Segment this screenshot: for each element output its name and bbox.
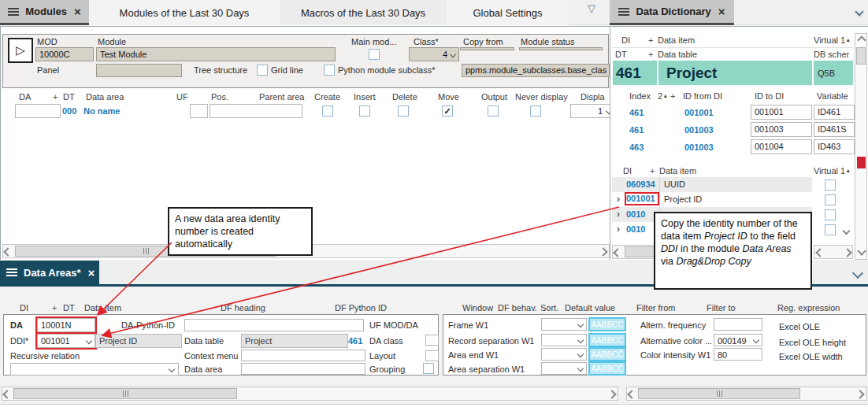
tab-data-areas[interactable]: Data Areas* ×: [0, 261, 99, 284]
copy-from-field[interactable]: [460, 47, 514, 50]
class-select[interactable]: 4: [409, 47, 459, 61]
strip-collapse-icon[interactable]: [854, 269, 862, 279]
area-separation-w1-select[interactable]: [541, 362, 587, 375]
never-display-checkbox[interactable]: [530, 105, 541, 117]
expand-icon[interactable]: ›: [617, 194, 620, 205]
da-left-hscrollbar[interactable]: [2, 387, 618, 401]
menu-icon[interactable]: [8, 6, 19, 17]
python-subclass-checkbox[interactable]: [324, 65, 335, 76]
close-icon[interactable]: ×: [718, 6, 725, 17]
python-subclass-field[interactable]: ppms.module_subclasses.base_clas: [462, 64, 610, 77]
mod-field[interactable]: 10000C: [35, 47, 94, 61]
display-select[interactable]: 1: [570, 104, 614, 118]
virtual-checkbox[interactable]: [825, 224, 836, 235]
scroll-up-button[interactable]: [859, 37, 865, 43]
ddi-select[interactable]: 001001: [37, 334, 95, 348]
da-id-field[interactable]: 10001N: [37, 318, 95, 332]
list-item[interactable]: 060934 UUID: [612, 177, 812, 192]
virtual-checkbox[interactable]: [825, 209, 836, 220]
selected-table-name-cell[interactable]: Project: [658, 61, 812, 85]
dd-col-virtual[interactable]: Virtual 1▲: [814, 166, 851, 176]
output-checkbox[interactable]: [488, 105, 499, 117]
parent-area-input[interactable]: [210, 104, 302, 118]
run-module-button[interactable]: ▷: [8, 38, 33, 63]
data-area-link[interactable]: No name: [83, 106, 120, 116]
close-icon[interactable]: ×: [88, 267, 95, 279]
id-to-input[interactable]: 001004: [751, 139, 812, 154]
area-end-w1-color[interactable]: AABBCC: [588, 347, 626, 361]
tab-data-dictionary[interactable]: Data Dictionary ×: [610, 0, 734, 25]
variable-input[interactable]: ID461: [814, 105, 855, 120]
delete-checkbox[interactable]: [398, 105, 409, 117]
move-checkbox[interactable]: ✓: [442, 105, 453, 117]
tab-modules-last-30-days[interactable]: Modules of the Last 30 Days: [89, 0, 280, 25]
layout-field[interactable]: [425, 350, 439, 361]
grouping-checkbox[interactable]: [423, 363, 434, 374]
selected-table-id-cell[interactable]: 461: [613, 61, 657, 85]
dd-right-hscrollbar[interactable]: [814, 245, 853, 259]
scroll-left-button[interactable]: [629, 391, 635, 398]
menu-icon[interactable]: [6, 267, 17, 278]
grid-line-checkbox[interactable]: [257, 65, 268, 76]
frame-w1-select[interactable]: [541, 318, 587, 331]
add-icon[interactable]: +: [670, 91, 675, 101]
list-scroll-down-icon[interactable]: [844, 226, 849, 235]
main-mod-checkbox[interactable]: [369, 49, 380, 60]
recursive-relation-select[interactable]: [10, 363, 179, 376]
panel-collapse-icon[interactable]: [856, 7, 862, 17]
color-intensity-w1-field[interactable]: 80: [714, 348, 762, 361]
tab-modules[interactable]: Modules ×: [0, 0, 89, 25]
scroll-left-button[interactable]: [4, 391, 10, 398]
add-icon[interactable]: +: [648, 35, 653, 45]
da-python-id-field[interactable]: [184, 319, 364, 331]
tab-overflow-icon[interactable]: ▽: [588, 2, 595, 14]
data-area-field[interactable]: [241, 363, 365, 375]
area-end-w1-select[interactable]: [541, 348, 587, 361]
module-field[interactable]: Test Module: [96, 47, 336, 61]
add-icon[interactable]: +: [53, 92, 57, 102]
da-input[interactable]: [15, 104, 61, 118]
virtual-checkbox[interactable]: [825, 194, 836, 205]
da-right-hscrollbar[interactable]: [626, 387, 867, 401]
scroll-right-button[interactable]: [600, 249, 606, 255]
close-icon[interactable]: ×: [74, 6, 81, 17]
scroll-right-button[interactable]: [609, 391, 615, 398]
scroll-thumb[interactable]: [638, 388, 800, 399]
sort-order[interactable]: 2▲: [658, 91, 668, 101]
scroll-right-button[interactable]: [857, 391, 863, 398]
record-separation-w1-color[interactable]: AABBCC: [588, 333, 626, 347]
scroll-left-button[interactable]: [5, 249, 11, 255]
scroll-down-button[interactable]: [859, 248, 865, 254]
variable-input[interactable]: ID461S: [814, 122, 855, 137]
dd-vscrollbar[interactable]: [855, 33, 867, 260]
list-item[interactable]: › 001001 Project ID: [612, 192, 812, 207]
altern-frequency-field[interactable]: [714, 318, 762, 331]
dd-col-virtual[interactable]: Virtual 1▲: [814, 35, 851, 45]
scroll-left-button[interactable]: [817, 250, 823, 256]
scroll-thumb[interactable]: [13, 388, 237, 399]
record-separation-w1-select[interactable]: [541, 334, 587, 346]
tab-macros-last-30-days[interactable]: Macros of the Last 30 Days: [280, 0, 447, 25]
uf-input[interactable]: [190, 104, 208, 118]
add-icon[interactable]: +: [52, 303, 57, 313]
insert-checkbox[interactable]: [359, 105, 370, 117]
create-checkbox[interactable]: [322, 105, 333, 117]
add-icon[interactable]: +: [648, 50, 653, 59]
expand-icon[interactable]: ›: [617, 209, 620, 220]
id-to-input[interactable]: 001001: [751, 105, 812, 120]
scroll-thumb[interactable]: [856, 47, 866, 65]
da-class-field[interactable]: [425, 335, 439, 346]
expand-icon[interactable]: ›: [617, 224, 620, 235]
add-icon[interactable]: +: [650, 166, 655, 176]
id-to-input[interactable]: 001003: [751, 122, 812, 137]
tab-global-settings[interactable]: Global Settings: [447, 0, 569, 25]
panel-field[interactable]: [96, 64, 182, 77]
scroll-right-button[interactable]: [844, 250, 851, 256]
area-separation-w1-color[interactable]: AABBCC: [588, 361, 626, 376]
variable-input[interactable]: ID463: [814, 139, 855, 154]
scroll-left-button[interactable]: [614, 250, 621, 256]
virtual-checkbox[interactable]: [825, 179, 836, 191]
frame-w1-color[interactable]: AABBCC: [588, 317, 626, 331]
menu-icon[interactable]: [618, 6, 629, 17]
context-menu-field[interactable]: [241, 350, 365, 361]
